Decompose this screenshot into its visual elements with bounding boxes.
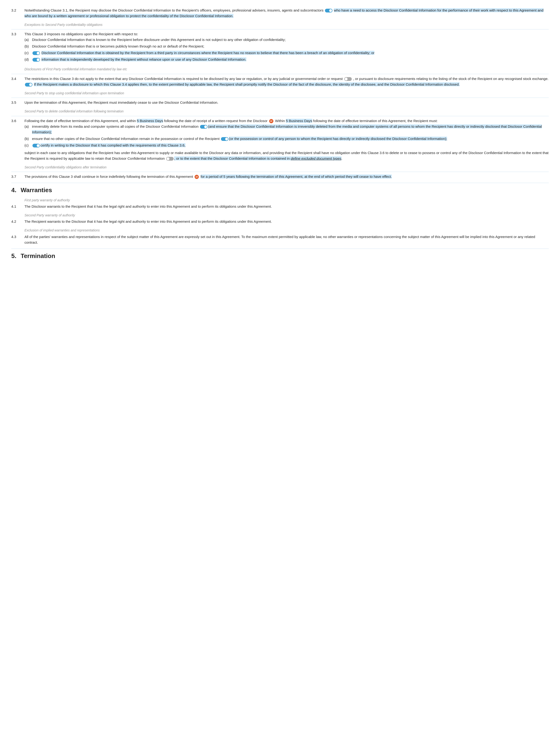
clause-3-6-b-text-highlighted: (or the possession or control of any per…: [229, 137, 447, 141]
clause-3-6-a: (a) irreversibly delete from its media a…: [24, 124, 549, 135]
clause-4-3: 4.3 All of the parties' warranties and r…: [11, 234, 549, 245]
clause-3-3-c-text: Disclosor Confidential Information that …: [41, 51, 374, 55]
section-5-heading: 5. Termination: [11, 251, 549, 261]
clause-3-5-num: 3.5: [11, 100, 24, 105]
clause-4-2-num: 4.2: [11, 219, 24, 225]
clause-4-1-body: The Disclosor warrants to the Recipient …: [24, 204, 549, 209]
clause-3-3-a: (a) Disclosor Confidential Information t…: [24, 37, 549, 42]
clause-3-6-a-toggle[interactable]: [200, 125, 207, 129]
clause-3-7-text2: for a period of 5 years following the te…: [201, 174, 392, 178]
clause-3-6-b: (b) ensure that no other copies of the D…: [24, 136, 549, 142]
divider-3-4: [11, 98, 549, 98]
section-5-title: Termination: [21, 251, 55, 261]
clause-3-5-text: Upon the termination of this Agreement, …: [24, 101, 218, 105]
clause-3-5-italic-label: Second Party to stop using confidential …: [24, 91, 549, 96]
clause-3-6-c: (c) certify in writing to the Disclosor …: [24, 143, 549, 148]
clause-3-2: 3.2 Notwithstanding Clause 3.1, the Reci…: [11, 8, 549, 19]
clause-3-6-text1: Following the date of effective terminat…: [24, 119, 137, 123]
clause-3-4-toggle1[interactable]: [344, 77, 352, 81]
clause-3-4: 3.4 The restrictions in this Clause 3 do…: [11, 76, 549, 87]
clause-3-2-num: 3.2: [11, 8, 24, 19]
clause-4-2: 4.2 The Recipient warrants to the Disclo…: [11, 219, 549, 225]
clause-3-3-c-letter: (c): [24, 50, 32, 56]
section-4-title: Warranties: [21, 185, 52, 195]
clause-3-3-b-body: Disclosor Confidential Information that …: [32, 43, 549, 49]
section-5-num: 5.: [11, 251, 16, 261]
clause-3-2-body: Notwithstanding Clause 3.1, the Recipien…: [24, 8, 549, 19]
clause-3-2-italic-label: Exceptions to Second Party confidentiali…: [24, 22, 549, 27]
clause-3-3-b-letter: (b): [24, 43, 32, 49]
clause-3-2-toggle[interactable]: [325, 9, 332, 12]
clause-3-6-text3: Within: [274, 119, 286, 123]
clause-3-6-or-badge: or: [269, 119, 273, 123]
clause-3-3-intro: This Clause 3 imposes no obligations upo…: [24, 31, 549, 37]
clause-3-7-or-badge: or: [194, 175, 199, 179]
clause-3-3-d-toggle[interactable]: [32, 58, 40, 61]
clause-3-6-c-letter: (c): [24, 143, 32, 148]
clause-3-3-num: 3.3: [11, 31, 24, 63]
clause-3-3-d-text: information that is independently develo…: [41, 57, 246, 61]
clause-3-3-c-toggle[interactable]: [32, 51, 40, 55]
clause-3-6-highlight1: 5 Business Days: [137, 119, 163, 123]
clause-3-6-c-toggle[interactable]: [32, 144, 40, 147]
clause-3-6-intro: Following the date of effective terminat…: [24, 118, 549, 124]
clause-3-4-num: 3.4: [11, 76, 24, 87]
clause-4-3-text: All of the parties' warranties and repre…: [24, 235, 535, 244]
clause-3-3-a-letter: (a): [24, 37, 32, 42]
clause-3-3-c-body: Disclosor Confidential Information that …: [32, 50, 549, 56]
clause-3-3-body: This Clause 3 imposes no obligations upo…: [24, 31, 549, 63]
clause-3-4-text2: , or pursuant to disclosure requirements…: [353, 77, 548, 81]
clause-3-4-body: The restrictions in this Clause 3 do not…: [24, 76, 549, 87]
clause-3-6-text4: following the date of effective terminat…: [312, 119, 438, 123]
clause-3-7-italic-label: Second Party confidentiality obligations…: [24, 165, 549, 170]
clause-3-6-highlight2: 5 Business Days: [286, 119, 312, 123]
clause-3-6-italic-label: Second Party to delete confidential info…: [24, 109, 549, 114]
clause-3-5: 3.5 Upon the termination of this Agreeme…: [11, 100, 549, 105]
clause-3-6-text-after: subject in each case to any obligations …: [24, 150, 549, 161]
clause-3-5-body: Upon the termination of this Agreement, …: [24, 100, 549, 105]
divider-3-2: [11, 29, 549, 29]
clause-4-2-text: The Recipient warrants to the Disclosor …: [24, 219, 272, 224]
clause-3-6-b-letter: (b): [24, 136, 32, 142]
clause-3-2-text-before: Notwithstanding Clause 3.1, the Recipien…: [24, 8, 323, 12]
clause-3-3-b: (b) Disclosor Confidential Information t…: [24, 43, 549, 49]
clause-3-6-c-text-highlighted: certify in writing to the Disclosor that…: [40, 143, 185, 147]
clause-3-4-toggle2[interactable]: [25, 83, 32, 87]
divider-3-3: [11, 74, 549, 74]
clause-3-6-c-body: certify in writing to the Disclosor that…: [32, 143, 549, 148]
clause-3-6-a-letter: (a): [24, 124, 32, 135]
clause-3-6-end-toggle[interactable]: [166, 157, 174, 161]
clause-3-7: 3.7 The provisions of this Clause 3 shal…: [11, 174, 549, 179]
clause-4-1-num: 4.1: [11, 204, 24, 209]
clause-3-6-end-final: .: [341, 156, 342, 160]
clause-3-3-d: (d) information that is independently de…: [24, 57, 549, 62]
clause-3-6-num: 3.6: [11, 118, 24, 161]
clause-4-1-italic-label: First party warranty of authority: [24, 197, 549, 203]
divider-4-3: [11, 249, 549, 249]
clause-3-4-text1: The restrictions in this Clause 3 do not…: [24, 77, 342, 81]
clause-3-7-text1: The provisions of this Clause 3 shall co…: [24, 174, 193, 178]
divider-3-7: [11, 183, 549, 183]
clause-4-2-body: The Recipient warrants to the Disclosor …: [24, 219, 549, 225]
section-4-heading: 4. Warranties: [11, 185, 549, 195]
clause-3-3: 3.3 This Clause 3 imposes no obligations…: [11, 31, 549, 63]
clause-3-3-d-letter: (d): [24, 57, 32, 62]
clause-3-4-italic-label: Disclosures of First Party confidential …: [24, 66, 549, 72]
divider-3-6: [11, 172, 549, 172]
clause-3-6: 3.6 Following the date of effective term…: [11, 118, 549, 161]
clause-3-6-b-body: ensure that no other copies of the Discl…: [32, 136, 549, 142]
clause-3-3-c: (c) Disclosor Confidential Information t…: [24, 50, 549, 56]
clause-3-6-body: Following the date of effective terminat…: [24, 118, 549, 161]
clause-4-3-num: 4.3: [11, 234, 24, 245]
clause-4-2-italic-label: Second Party warranty of authority: [24, 212, 549, 218]
clause-3-6-b-toggle[interactable]: [221, 137, 229, 141]
divider-3-5: [11, 116, 549, 116]
clause-3-3-d-body: information that is independently develo…: [32, 57, 549, 62]
section-4-num: 4.: [11, 185, 16, 195]
clause-3-6-a-body: irreversibly delete from its media and c…: [32, 124, 549, 135]
clause-4-1-text: The Disclosor warrants to the Recipient …: [24, 204, 272, 208]
clause-4-1: 4.1 The Disclosor warrants to the Recipi…: [11, 204, 549, 209]
clause-3-6-end-highlighted: , or to the extent that the Disclosor Co…: [174, 156, 291, 160]
clause-3-7-num: 3.7: [11, 174, 24, 179]
clause-3-6-text2: following the date of receipt of a writt…: [163, 119, 268, 123]
